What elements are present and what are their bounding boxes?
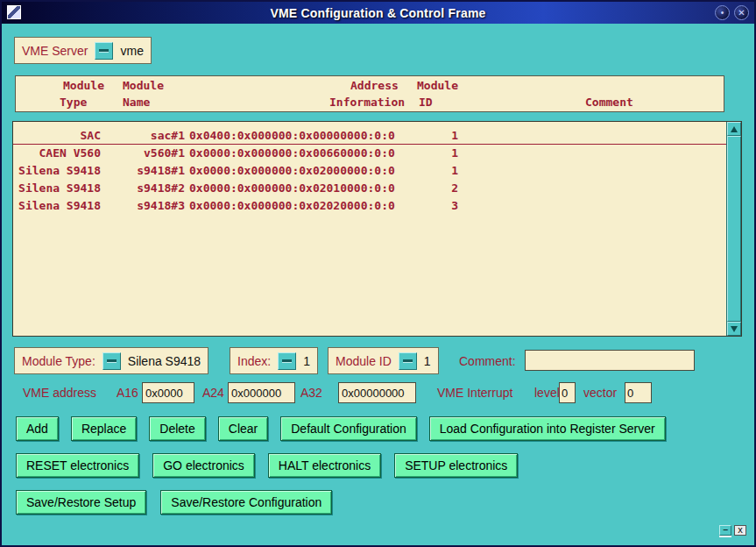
- vme-address-label: VME address: [23, 380, 96, 405]
- module-id-value: 1: [424, 354, 431, 368]
- index-menu-button[interactable]: [278, 352, 296, 370]
- header-type: Type: [60, 96, 87, 109]
- save-restore-setup-button[interactable]: Save/Restore Setup: [16, 490, 146, 515]
- a16-input[interactable]: [142, 382, 194, 403]
- halt-electronics-button[interactable]: HALT electronics: [268, 453, 381, 478]
- titlebar-buttons: • ✕: [715, 5, 749, 20]
- header-module-col1: Module: [63, 79, 104, 92]
- default-configuration-button[interactable]: Default Configuration: [280, 416, 417, 441]
- mini-close-button[interactable]: x: [734, 525, 746, 536]
- button-row1: AddReplaceDeleteClearDefault Configurati…: [16, 416, 666, 441]
- cell-module-type: CAEN V560: [17, 145, 101, 162]
- cell-module-type: Silena S9418: [17, 162, 101, 180]
- clear-button[interactable]: Clear: [218, 416, 268, 441]
- a32-input[interactable]: [338, 382, 416, 403]
- cell-module-id: 1: [414, 145, 458, 162]
- reset-electronics-button[interactable]: RESET electronics: [16, 453, 139, 478]
- header-id: ID: [419, 96, 433, 109]
- a32-label: A32: [300, 380, 322, 405]
- cell-module-id: 1: [414, 162, 458, 180]
- comment-input[interactable]: [525, 350, 695, 371]
- cell-module-name: sac#1: [104, 127, 185, 145]
- minimize-icon: •: [721, 9, 724, 18]
- list-scrollbar[interactable]: [726, 122, 741, 336]
- vme-server-option-menu[interactable]: VME Server vme: [14, 37, 152, 64]
- index-option-menu[interactable]: Index: 1: [230, 347, 318, 374]
- module-id-option-menu[interactable]: Module ID 1: [328, 347, 439, 374]
- vme-server-menu-button[interactable]: [95, 42, 113, 60]
- header-module-col3: Module: [417, 79, 458, 92]
- header-module-col2: Module: [123, 79, 164, 92]
- option-menu-dash-icon: [282, 359, 292, 362]
- replace-button[interactable]: Replace: [71, 416, 137, 441]
- arrow-up-icon: [731, 126, 738, 132]
- window-title: VME Configuration & Control Frame: [2, 6, 754, 20]
- button-row3: Save/Restore SetupSave/Restore Configura…: [16, 490, 332, 515]
- cell-module-type: SAC: [17, 127, 101, 145]
- a24-label: A24: [202, 380, 224, 405]
- cell-module-type: Silena S9418: [17, 180, 101, 197]
- vme-server-value: vme: [120, 44, 143, 58]
- header-comment: Comment: [585, 96, 633, 109]
- module-type-value: Silena S9418: [128, 354, 201, 368]
- cell-address-information: 0x0000:0x000000:0x00660000:0:0: [189, 145, 395, 162]
- module-id-label: Module ID: [336, 354, 392, 368]
- save-restore-configuration-button[interactable]: Save/Restore Configuration: [160, 490, 332, 515]
- mini-window-buttons: − x: [719, 525, 746, 536]
- cell-module-name: s9418#2: [104, 180, 185, 197]
- window-menu-icon[interactable]: [6, 4, 22, 20]
- cell-address-information: 0x0000:0x000000:0x02020000:0:0: [189, 197, 395, 215]
- mini-close-icon: x: [738, 526, 743, 535]
- close-icon: ✕: [738, 9, 745, 18]
- cell-module-type: Silena S9418: [17, 197, 101, 215]
- cell-address-information: 0x0000:0x000000:0x02000000:0:0: [189, 162, 395, 180]
- vme-interrupt-label: VME Interrupt: [437, 380, 512, 405]
- header-address: Address: [350, 79, 399, 92]
- module-list-item[interactable]: Silena S9418s9418#20x0000:0x000000:0x020…: [13, 180, 726, 197]
- module-type-option-menu[interactable]: Module Type: Silena S9418: [14, 347, 208, 374]
- vme-server-label: VME Server: [22, 44, 88, 58]
- close-button[interactable]: ✕: [734, 5, 749, 20]
- go-electronics-button[interactable]: GO electronics: [152, 453, 255, 478]
- interrupt-level-label: level: [534, 380, 560, 405]
- mini-minimize-button[interactable]: −: [719, 525, 731, 536]
- module-list-rows: SACsac#10x0400:0x000000:0x00000000:0:01C…: [13, 122, 726, 336]
- cell-address-information: 0x0000:0x000000:0x02010000:0:0: [189, 180, 395, 197]
- comment-label: Comment:: [459, 349, 516, 373]
- mini-minimize-icon: −: [723, 526, 728, 535]
- module-list-item[interactable]: Silena S9418s9418#10x0000:0x000000:0x020…: [13, 162, 726, 180]
- option-menu-dash-icon: [403, 359, 413, 362]
- minimize-button[interactable]: •: [715, 5, 730, 20]
- a24-input[interactable]: [228, 382, 295, 403]
- arrow-down-icon: [731, 326, 738, 332]
- load-configuration-into-register-server-button[interactable]: Load Configuration into Register Server: [429, 416, 666, 441]
- scroll-down-button[interactable]: [727, 322, 741, 336]
- cell-module-name: s9418#3: [104, 197, 185, 215]
- setup-electronics-button[interactable]: SETUP electronics: [394, 453, 518, 478]
- header-name: Name: [123, 96, 150, 109]
- option-menu-dash-icon: [99, 49, 109, 52]
- cell-address-information: 0x0400:0x000000:0x00000000:0:0: [189, 127, 395, 145]
- cell-module-name: s9418#1: [104, 162, 185, 180]
- module-list-item[interactable]: SACsac#10x0400:0x000000:0x00000000:0:01: [13, 127, 726, 145]
- delete-button[interactable]: Delete: [149, 416, 205, 441]
- module-type-label: Module Type:: [22, 354, 95, 368]
- cell-module-name: v560#1: [104, 145, 185, 162]
- module-list: SACsac#10x0400:0x000000:0x00000000:0:01C…: [12, 121, 742, 337]
- scroll-up-button[interactable]: [727, 122, 741, 136]
- add-button[interactable]: Add: [16, 416, 59, 441]
- button-row2: RESET electronicsGO electronicsHALT elec…: [16, 453, 518, 478]
- interrupt-level-input[interactable]: [559, 382, 576, 403]
- cell-module-id: 1: [414, 127, 458, 145]
- module-list-item[interactable]: CAEN V560v560#10x0000:0x000000:0x0066000…: [13, 145, 726, 162]
- index-label: Index:: [237, 354, 271, 368]
- cell-module-id: 2: [414, 180, 458, 197]
- module-id-menu-button[interactable]: [399, 352, 417, 370]
- interrupt-vector-input[interactable]: [625, 382, 652, 403]
- scrollbar-thumb[interactable]: [727, 136, 741, 322]
- vme-config-window: VME Configuration & Control Frame • ✕ VM…: [0, 0, 756, 547]
- module-list-item[interactable]: Silena S9418s9418#30x0000:0x000000:0x020…: [13, 197, 726, 215]
- module-type-menu-button[interactable]: [102, 352, 121, 370]
- titlebar[interactable]: VME Configuration & Control Frame • ✕: [2, 2, 754, 24]
- header-information: Information: [329, 96, 405, 109]
